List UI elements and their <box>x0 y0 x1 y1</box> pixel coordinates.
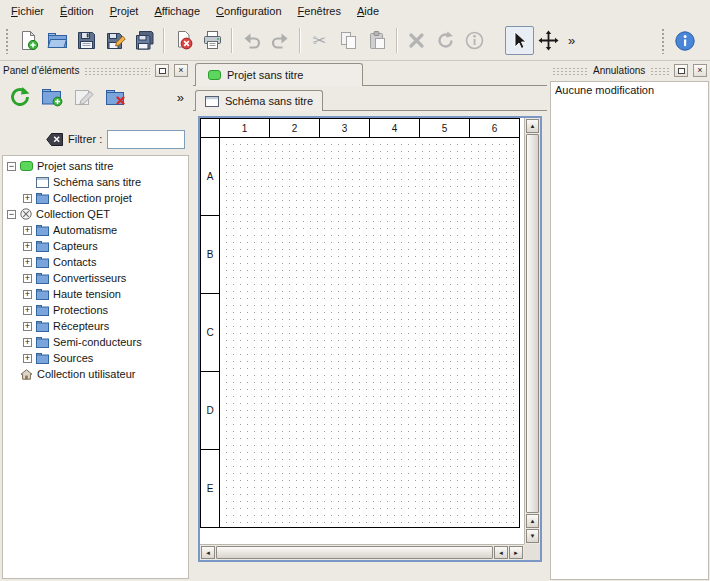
scroll-left-icon[interactable]: ◄ <box>494 546 508 559</box>
vertical-scrollbar[interactable]: ▲ ▲ ▼ <box>524 118 540 544</box>
scroll-right-icon[interactable]: ► <box>509 546 523 559</box>
float-panel-button[interactable] <box>155 64 169 77</box>
menu-aide[interactable]: Aide <box>349 2 387 20</box>
tab-project[interactable]: Projet sans titre <box>195 63 363 86</box>
expand-expander-icon[interactable]: + <box>23 258 32 267</box>
tree-item-haute-tension[interactable]: + Haute tension <box>3 286 188 302</box>
paste-button[interactable] <box>363 26 392 55</box>
close-panel-button[interactable]: × <box>174 64 188 77</box>
filter-input[interactable] <box>107 130 185 149</box>
undo-panel-title: Annulations <box>593 65 645 76</box>
scroll-left-icon[interactable]: ◄ <box>201 546 215 559</box>
tree-item-convertisseurs[interactable]: + Convertisseurs <box>3 270 188 286</box>
expand-expander-icon[interactable]: + <box>23 194 32 203</box>
float-panel-button[interactable] <box>674 64 688 77</box>
menu-projet[interactable]: Projet <box>102 2 147 20</box>
rotate-icon <box>435 30 456 51</box>
redo-button[interactable] <box>266 26 295 55</box>
menu-fenetres[interactable]: Fenêtres <box>290 2 349 20</box>
new-file-icon <box>18 30 39 51</box>
tree-item-contacts[interactable]: + Contacts <box>3 254 188 270</box>
toolbar-overflow-chevron[interactable]: » <box>563 33 580 48</box>
close-file-button[interactable] <box>169 26 198 55</box>
tree-item-semi-conducteurs[interactable]: + Semi-conducteurs <box>3 334 188 350</box>
move-tool-button[interactable] <box>534 26 563 55</box>
select-tool-button[interactable] <box>505 26 534 55</box>
schema-canvas[interactable] <box>220 138 520 528</box>
folder-icon <box>36 225 49 236</box>
clear-filter-icon[interactable] <box>46 133 63 146</box>
new-element-button[interactable] <box>38 83 66 111</box>
undo-panel-header[interactable]: Annulations × <box>549 62 710 79</box>
save-icon <box>76 30 97 51</box>
save-all-button[interactable] <box>130 26 159 55</box>
scroll-down-icon[interactable]: ▼ <box>526 529 539 543</box>
tree-item-protections[interactable]: + Protections <box>3 302 188 318</box>
edit-element-button[interactable] <box>70 83 98 111</box>
undo-button[interactable] <box>237 26 266 55</box>
toolbar-grip[interactable] <box>5 28 10 54</box>
undo-list-item[interactable]: Aucune modification <box>551 82 708 98</box>
menu-affichage[interactable]: Affichage <box>146 2 208 20</box>
collapse-expander-icon[interactable]: − <box>7 162 16 171</box>
tree-item-recepteurs[interactable]: + Récepteurs <box>3 318 188 334</box>
tree-item-label: Collection utilisateur <box>37 368 135 380</box>
undo-icon <box>241 30 262 51</box>
expand-expander-icon[interactable]: + <box>23 290 32 299</box>
column-headers: 1 2 3 4 5 6 <box>200 118 520 138</box>
expand-expander-icon[interactable]: + <box>23 306 32 315</box>
copy-button[interactable] <box>334 26 363 55</box>
delete-button[interactable] <box>402 26 431 55</box>
close-panel-button[interactable]: × <box>693 64 707 77</box>
menu-fichier[interactable]: Fichier <box>3 2 52 20</box>
project-workspace: Projet sans titre Schéma sans titre 1 2 … <box>193 62 547 581</box>
scrollbar-corner <box>524 544 540 560</box>
info-button[interactable] <box>460 26 489 55</box>
tree-item-schema[interactable]: Schéma sans titre <box>3 174 188 190</box>
dock-grip-texture <box>552 67 588 75</box>
expand-expander-icon[interactable]: + <box>23 226 32 235</box>
expand-expander-icon[interactable]: + <box>23 242 32 251</box>
tree-item-sources[interactable]: + Sources <box>3 350 188 366</box>
new-file-button[interactable] <box>14 26 43 55</box>
cut-button[interactable]: ✂ <box>305 26 334 55</box>
toolbar-separator <box>299 28 301 53</box>
about-qet-button[interactable] <box>670 26 699 55</box>
expand-expander-icon[interactable]: + <box>23 274 32 283</box>
horizontal-scrollbar[interactable]: ◄ ◄ ► <box>200 544 524 560</box>
tree-item-automatisme[interactable]: + Automatisme <box>3 222 188 238</box>
folder-icon <box>36 321 49 332</box>
save-button[interactable] <box>72 26 101 55</box>
expand-expander-icon[interactable]: + <box>23 354 32 363</box>
column-header: 4 <box>369 118 420 138</box>
save-as-button[interactable] <box>101 26 130 55</box>
tree-item-label: Capteurs <box>53 240 98 252</box>
vertical-scroll-thumb[interactable] <box>526 134 539 513</box>
collapse-expander-icon[interactable]: − <box>7 210 16 219</box>
reload-collections-button[interactable] <box>6 83 34 111</box>
tree-item-project[interactable]: − Projet sans titre <box>3 158 188 174</box>
horizontal-scroll-thumb[interactable] <box>216 546 493 559</box>
about-info-icon <box>674 30 696 52</box>
corner-header-cell <box>200 118 220 138</box>
menu-edition[interactable]: Édition <box>52 2 102 20</box>
rotate-button[interactable] <box>431 26 460 55</box>
toolbar-grip[interactable] <box>661 28 666 54</box>
tree-item-capteurs[interactable]: + Capteurs <box>3 238 188 254</box>
tree-item-collection-projet[interactable]: + Collection projet <box>3 190 188 206</box>
print-button[interactable] <box>198 26 227 55</box>
dock-overflow-chevron[interactable]: » <box>172 90 189 105</box>
tree-item-collection-utilisateur[interactable]: Collection utilisateur <box>3 366 188 382</box>
open-file-button[interactable] <box>43 26 72 55</box>
tab-schema[interactable]: Schéma sans titre <box>195 90 323 111</box>
menu-configuration[interactable]: Configuration <box>208 2 289 20</box>
tree-item-collection-qet[interactable]: − Collection QET <box>3 206 188 222</box>
expand-expander-icon[interactable]: + <box>23 338 32 347</box>
elements-panel-header[interactable]: Panel d'éléments × <box>0 62 191 79</box>
tree-item-label: Schéma sans titre <box>53 176 141 188</box>
copy-icon <box>338 30 359 51</box>
expand-expander-icon[interactable]: + <box>23 322 32 331</box>
scroll-up-icon[interactable]: ▲ <box>526 514 539 528</box>
delete-element-button[interactable] <box>102 83 130 111</box>
scroll-up-icon[interactable]: ▲ <box>526 119 539 133</box>
